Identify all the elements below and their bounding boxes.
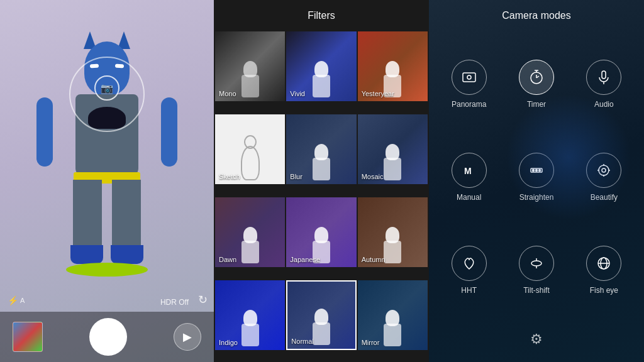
mode-label-audio: Audio <box>594 100 614 109</box>
mode-item-straighten[interactable]: Straighten <box>502 131 570 224</box>
svg-point-1 <box>467 75 471 79</box>
flash-icon[interactable]: ⚡A <box>8 295 25 305</box>
video-button[interactable]: ▶ <box>174 323 201 351</box>
mode-icon-panorama <box>452 60 487 95</box>
filter-label-vivid: Vivid <box>290 90 305 97</box>
mode-icon-fisheye <box>586 246 621 281</box>
svg-rect-7 <box>602 71 606 79</box>
mode-icon-tiltshift <box>519 246 554 281</box>
modes-title: Camera modes <box>429 0 644 31</box>
mode-icon-beautify <box>586 153 621 188</box>
filter-label-indigo: Indigo <box>219 339 238 346</box>
mode-label-timer: Timer <box>527 100 546 109</box>
camera-thumbnail[interactable] <box>13 322 43 352</box>
filter-item-normal[interactable]: Normal <box>286 280 356 350</box>
filter-label-dawn: Dawn <box>219 256 236 263</box>
mode-icon-audio <box>586 60 621 95</box>
svg-point-20 <box>531 261 541 266</box>
filter-label-mono: Mono <box>219 90 236 97</box>
mode-icon-timer <box>519 60 554 95</box>
svg-point-14 <box>599 165 609 175</box>
svg-point-13 <box>538 170 540 172</box>
filter-label-blur: Blur <box>290 173 303 180</box>
mode-item-beautify[interactable]: Beautify <box>570 131 638 224</box>
svg-rect-0 <box>463 73 475 82</box>
mode-item-tiltshift[interactable]: Tilt-shift <box>502 224 570 317</box>
modes-panel: Camera modes PanoramaTimerAudioMManualSt… <box>429 0 644 362</box>
filter-item-dawn[interactable]: Dawn <box>215 197 285 267</box>
filter-label-mosaic: Mosaic <box>362 173 384 180</box>
filter-label-normal: Normal <box>291 337 313 345</box>
filters-panel: Filters Mono Vivid Yesteryear <box>214 0 429 362</box>
filter-item-japanese[interactable]: Japanese <box>286 197 356 267</box>
shutter-button[interactable] <box>89 318 127 356</box>
settings-icon: ⚙ <box>530 331 543 348</box>
filters-title: Filters <box>214 0 429 31</box>
filter-item-mosaic[interactable]: Mosaic <box>358 114 428 184</box>
filter-item-vivid[interactable]: Vivid <box>286 31 356 101</box>
filter-label-mirror: Mirror <box>362 339 380 346</box>
mode-icon-straighten <box>519 153 554 188</box>
filter-label-autumn: Autumn <box>362 256 386 263</box>
svg-text:M: M <box>464 166 472 176</box>
filter-item-mirror[interactable]: Mirror <box>358 280 428 350</box>
filter-label-sketch: Sketch <box>219 173 240 180</box>
svg-point-12 <box>535 170 537 172</box>
mode-label-straighten: Straighten <box>519 193 554 202</box>
mode-label-tiltshift: Tilt-shift <box>523 286 550 295</box>
camera-bottom-bar: ▶ <box>0 312 214 362</box>
mode-item-panorama[interactable]: Panorama <box>435 38 502 131</box>
filter-label-yesteryear: Yesteryear <box>362 90 394 97</box>
modes-footer: ⚙ <box>514 317 559 362</box>
hdr-status: HDR Off <box>160 298 189 307</box>
mode-icon-manual: M <box>452 153 487 188</box>
filter-item-sketch[interactable]: Sketch <box>215 114 285 184</box>
mode-item-fisheye[interactable]: Fish eye <box>570 224 638 317</box>
filter-item-blur[interactable]: Blur <box>286 114 356 184</box>
mode-icon-hht <box>452 246 487 281</box>
camera-focus-icon: 📷 <box>94 75 119 101</box>
video-icon: ▶ <box>183 330 192 344</box>
mode-item-timer[interactable]: Timer <box>502 38 570 131</box>
mode-label-fisheye: Fish eye <box>590 286 618 295</box>
mode-label-manual: Manual <box>457 193 481 202</box>
refresh-icon[interactable]: ↻ <box>198 293 208 307</box>
filters-grid: Mono Vivid Yesteryear Sketch <box>214 31 429 362</box>
svg-point-19 <box>602 168 606 172</box>
filter-item-autumn[interactable]: Autumn <box>358 197 428 267</box>
modes-grid: PanoramaTimerAudioMManualStraightenBeaut… <box>429 31 644 317</box>
filter-item-mono[interactable]: Mono <box>215 31 285 101</box>
mode-label-hht: HHT <box>461 286 477 295</box>
svg-point-11 <box>532 170 534 172</box>
mode-label-panorama: Panorama <box>452 100 486 109</box>
mode-item-hht[interactable]: HHT <box>435 224 502 317</box>
mode-label-beautify: Beautify <box>591 193 618 202</box>
batman-figure <box>31 13 182 302</box>
camera-panel: 📷 ▶ HDR Off ⚡A ↻ <box>0 0 214 362</box>
filter-item-yesteryear[interactable]: Yesteryear <box>358 31 428 101</box>
mode-item-audio[interactable]: Audio <box>570 38 638 131</box>
settings-button[interactable]: ⚙ <box>524 327 549 352</box>
mode-item-manual[interactable]: MManual <box>435 131 502 224</box>
filter-label-japanese: Japanese <box>290 256 320 263</box>
filter-item-indigo[interactable]: Indigo <box>215 280 285 350</box>
